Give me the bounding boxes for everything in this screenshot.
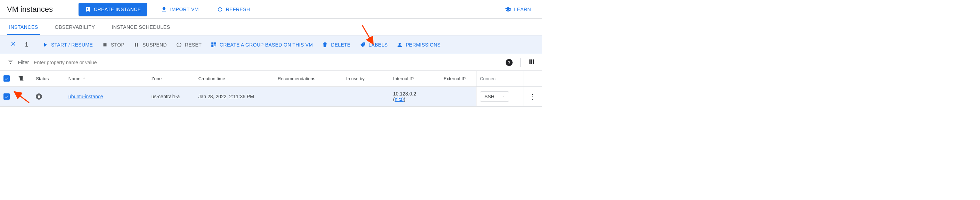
status-stopped-icon [36, 94, 42, 100]
stop-icon [102, 42, 108, 48]
more-actions-button[interactable]: ⋮ [527, 93, 538, 100]
chevron-down-icon [502, 94, 506, 98]
import-vm-button[interactable]: IMPORT VM [157, 3, 203, 15]
start-resume-button[interactable]: START / RESUME [42, 42, 93, 48]
nic-link[interactable]: nic0 [395, 97, 404, 102]
power-icon [176, 42, 182, 48]
labels-button[interactable]: LABELS [360, 42, 388, 48]
play-icon [42, 42, 48, 48]
tabs-bar: INSTANCES OBSERVABILITY INSTANCE SCHEDUL… [0, 19, 542, 35]
tab-instance-schedules[interactable]: INSTANCE SCHEDULES [110, 20, 172, 35]
tag-icon [360, 42, 366, 48]
suspend-button[interactable]: SUSPEND [134, 42, 167, 48]
col-external-ip[interactable]: External IP [440, 71, 476, 87]
page-title: VM instances [7, 5, 66, 14]
col-status[interactable]: Status [32, 71, 65, 87]
refresh-button[interactable]: REFRESH [213, 3, 255, 15]
col-zone[interactable]: Zone [148, 71, 195, 87]
ssh-button[interactable]: SSH [480, 91, 509, 102]
col-name[interactable]: Name ↑ [65, 71, 148, 87]
selection-count: 1 [25, 42, 28, 48]
tab-observability[interactable]: OBSERVABILITY [53, 20, 97, 35]
column-display-button[interactable] [528, 58, 535, 66]
col-creation[interactable]: Creation time [195, 71, 274, 87]
instance-name-link[interactable]: ubuntu-instance [68, 94, 103, 99]
select-all-checkbox[interactable] [3, 75, 10, 82]
person-icon [396, 42, 403, 48]
tab-instances[interactable]: INSTANCES [7, 20, 40, 35]
permissions-button[interactable]: PERMISSIONS [396, 42, 441, 48]
help-icon[interactable]: ? [506, 59, 512, 66]
import-icon [161, 6, 167, 13]
stop-button[interactable]: STOP [102, 42, 124, 48]
learn-icon [505, 6, 511, 13]
sort-asc-icon: ↑ [83, 76, 86, 82]
selection-action-bar: 1 START / RESUME STOP SUSPEND RESET CREA… [0, 35, 542, 54]
learn-button[interactable]: LEARN [501, 3, 535, 15]
ssh-dropdown[interactable] [499, 92, 509, 102]
col-internal-ip[interactable]: Internal IP [390, 71, 440, 87]
table-row[interactable]: ubuntu-instance us-central1-a Jan 28, 20… [0, 87, 542, 106]
zone-cell: us-central1-a [148, 87, 195, 106]
filter-icon [7, 58, 14, 66]
check-icon [4, 94, 9, 99]
reset-button[interactable]: RESET [176, 42, 202, 48]
filter-label: Filter [18, 60, 29, 65]
trash-icon [322, 42, 328, 48]
col-inuse[interactable]: In use by [343, 71, 390, 87]
col-connect: Connect [476, 71, 523, 87]
delete-button[interactable]: DELETE [322, 42, 350, 48]
filter-input[interactable] [33, 59, 501, 66]
clear-selection-button[interactable] [7, 39, 19, 51]
create-group-button[interactable]: CREATE A GROUP BASED ON THIS VM [211, 42, 313, 48]
plus-badge-icon [85, 6, 91, 13]
group-icon [211, 42, 217, 48]
deletion-protection-icon [18, 77, 24, 82]
creation-cell: Jan 28, 2022, 2:11:36 PM [195, 87, 274, 106]
col-recommendations[interactable]: Recommendations [274, 71, 343, 87]
refresh-icon [217, 6, 223, 13]
create-instance-button[interactable]: CREATE INSTANCE [78, 3, 147, 16]
check-icon [4, 76, 9, 81]
pause-icon [134, 42, 140, 48]
internal-ip-cell: 10.128.0.2 [393, 91, 436, 97]
row-checkbox[interactable] [3, 94, 10, 100]
